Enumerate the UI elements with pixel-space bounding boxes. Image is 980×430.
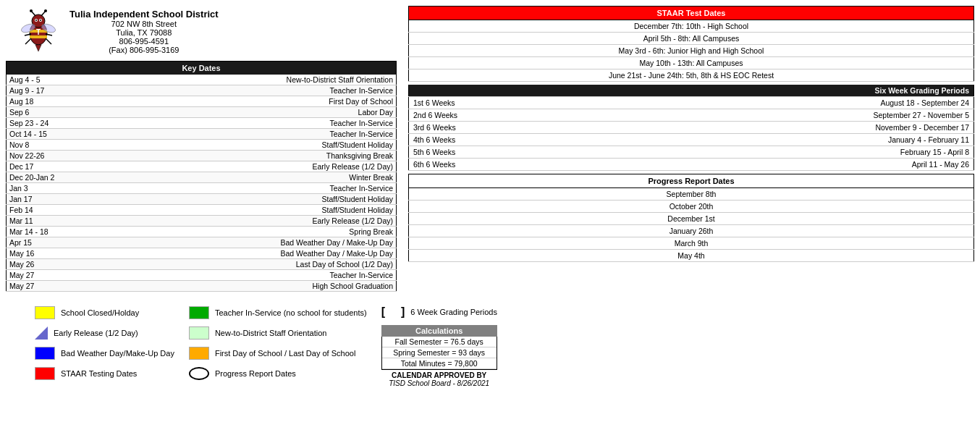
legend-new-to-district: New-to-District Staff Orientation <box>189 326 367 340</box>
staar-row: June 21st - June 24th: 5th, 8th & HS EOC… <box>409 69 974 82</box>
six-week-row: 5th 6 WeeksFebruary 15 - April 8 <box>409 146 974 159</box>
key-event: Staff/Student Holiday <box>72 205 397 216</box>
legend-school-closed-label: School Closed/Holday <box>61 308 139 317</box>
six-week-label: 4th 6 Weeks <box>409 134 467 146</box>
key-dates-row: Jan 3Teacher In-Service <box>7 183 397 194</box>
mascot-icon: T <box>15 8 62 55</box>
staar-entry: December 7th: 10th - High School <box>409 20 974 33</box>
six-week-row: 4th 6 WeeksJanuary 4 - February 11 <box>409 134 974 146</box>
approved-subtext: TISD School Board - 8/26/2021 <box>381 379 497 387</box>
progress-date: January 26th <box>409 225 974 237</box>
legend-progress-report: Progress Report Dates <box>189 367 367 380</box>
key-event: Bad Weather Day / Make-Up Day <box>72 248 397 259</box>
legend-bad-weather-label: Bad Weather Day/Make-Up Day <box>61 349 174 358</box>
legend-school-closed: School Closed/Holday <box>35 306 174 319</box>
key-event: Labor Day <box>72 107 397 118</box>
staar-entry: April 5th - 8th: All Campuses <box>409 33 974 45</box>
green-box-icon <box>189 306 209 319</box>
legend-teacher-inservice: Teacher In-Service (no school for studen… <box>189 306 367 319</box>
key-dates-row: Dec 20-Jan 2Winter Break <box>7 172 397 183</box>
key-dates-row: Dec 17Early Release (1/2 Day) <box>7 161 397 172</box>
svg-point-3 <box>30 9 33 12</box>
svg-point-5 <box>44 9 47 12</box>
svg-text:T: T <box>35 28 40 36</box>
key-dates-row: May 16Bad Weather Day / Make-Up Day <box>7 248 397 259</box>
key-event: Spring Break <box>72 227 397 237</box>
key-dates-row: Aug 18First Day of School <box>7 96 397 107</box>
lightgreen-box-icon <box>189 326 209 340</box>
key-dates-row: Mar 11Early Release (1/2 Day) <box>7 216 397 227</box>
six-week-title: Six Week Grading Periods <box>409 85 974 97</box>
district-city: Tulia, TX 79088 <box>69 28 219 37</box>
key-date: Aug 9 - 17 <box>7 85 72 96</box>
key-dates-row: Nov 8Staff/Student Holiday <box>7 140 397 151</box>
yellow-box-icon <box>35 306 55 319</box>
legend-first-last-day-label: First Day of School / Last Day of School <box>215 349 355 358</box>
legend-col1: School Closed/Holday Early Release (1/2 … <box>35 306 174 380</box>
progress-date: September 8th <box>409 188 974 201</box>
key-event: Staff/Student Holiday <box>72 194 397 205</box>
key-date: Aug 18 <box>7 96 72 107</box>
legend-col2: Teacher In-Service (no school for studen… <box>189 306 367 380</box>
staar-row: December 7th: 10th - High School <box>409 20 974 33</box>
legend-new-to-district-label: New-to-District Staff Orientation <box>215 329 326 337</box>
orange-box-icon <box>189 347 209 360</box>
key-date: Apr 15 <box>7 237 72 248</box>
key-date: Sep 6 <box>7 107 72 118</box>
six-week-dates: November 9 - December 17 <box>467 122 974 134</box>
key-event: Teacher In-Service <box>72 183 397 194</box>
key-date: Oct 14 - 15 <box>7 129 72 140</box>
legend-early-release: Early Release (1/2 Day) <box>35 326 174 340</box>
six-week-dates: February 15 - April 8 <box>467 146 974 159</box>
svg-point-9 <box>40 20 41 21</box>
six-week-label: 2nd 6 Weeks <box>409 109 467 122</box>
key-dates-row: Sep 23 - 24Teacher In-Service <box>7 118 397 129</box>
six-week-row: 1st 6 WeeksAugust 18 - September 24 <box>409 97 974 109</box>
six-week-dates: April 11 - May 26 <box>467 159 974 171</box>
svg-line-16 <box>46 38 51 44</box>
key-date: Sep 23 - 24 <box>7 118 72 129</box>
key-event: New-to-District Staff Orientation <box>72 75 397 85</box>
calc-title: Calculations <box>381 325 497 337</box>
key-dates-row: Oct 14 - 15Teacher In-Service <box>7 129 397 140</box>
bracket-icon: [] <box>381 306 405 318</box>
key-dates-title: Key Dates <box>7 62 397 75</box>
key-event: Early Release (1/2 Day) <box>72 216 397 227</box>
blue-box-icon <box>35 347 55 360</box>
staar-table: December 7th: 10th - High SchoolApril 5t… <box>408 20 974 82</box>
key-date: May 27 <box>7 281 72 292</box>
six-week-label: 3rd 6 Weeks <box>409 122 467 134</box>
six-week-row: 3rd 6 WeeksNovember 9 - December 17 <box>409 122 974 134</box>
key-event: Staff/Student Holiday <box>72 140 397 151</box>
six-week-label: 6th 6 Weeks <box>409 159 467 171</box>
key-event: Bad Weather Day / Make-Up Day <box>72 237 397 248</box>
staar-entry: June 21st - June 24th: 5th, 8th & HS EOC… <box>409 69 974 82</box>
progress-row: September 8th <box>409 188 974 201</box>
key-event: Teacher In-Service <box>72 118 397 129</box>
key-event: Early Release (1/2 Day) <box>72 161 397 172</box>
district-phone: 806-995-4591 <box>69 37 219 46</box>
key-dates-row: Aug 4 - 5New-to-District Staff Orientati… <box>7 75 397 85</box>
staar-row: April 5th - 8th: All Campuses <box>409 33 974 45</box>
header-block: T Tulia Independent School District 702 … <box>6 6 397 56</box>
legend-six-week: [] 6 Week Grading Periods <box>381 306 497 318</box>
progress-row: January 26th <box>409 225 974 237</box>
main-layout: T Tulia Independent School District 702 … <box>6 6 974 292</box>
district-address: 702 NW 8th Street <box>69 20 219 28</box>
staar-entry: May 10th - 13th: All Campuses <box>409 57 974 69</box>
progress-row: March 9th <box>409 237 974 250</box>
key-event: First Day of School <box>72 96 397 107</box>
six-week-label: 5th 6 Weeks <box>409 146 467 159</box>
calc-table: Fall Semester = 76.5 daysSpring Semester… <box>381 337 497 370</box>
key-event: Teacher In-Service <box>72 270 397 281</box>
six-week-table: Six Week Grading Periods 1st 6 WeeksAugu… <box>408 85 974 171</box>
key-date: Dec 17 <box>7 161 72 172</box>
key-date: Mar 14 - 18 <box>7 227 72 237</box>
key-date: Mar 11 <box>7 216 72 227</box>
legend-staar-testing: STAAR Testing Dates <box>35 367 174 380</box>
key-dates-row: Apr 15Bad Weather Day / Make-Up Day <box>7 237 397 248</box>
district-info: Tulia Independent School District 702 NW… <box>69 9 219 54</box>
key-event: Teacher In-Service <box>72 129 397 140</box>
staar-row: May 10th - 13th: All Campuses <box>409 57 974 69</box>
svg-point-8 <box>35 20 37 21</box>
